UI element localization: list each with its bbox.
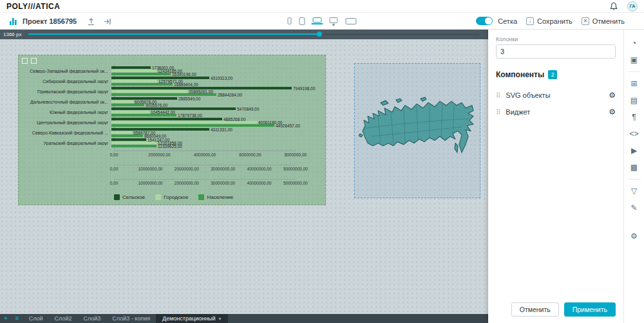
panel-cancel-button[interactable]: Отменить (511, 302, 559, 317)
component-label: SVG объекты (506, 91, 609, 99)
gear-icon[interactable]: ⚙ (609, 107, 616, 116)
app-window: POLY///ATICA ГА Проект 1856795 Сетка ↓ С… (0, 0, 644, 323)
component-row[interactable]: ⠿SVG объекты⚙ (496, 87, 616, 104)
device-smartphone-icon[interactable] (288, 17, 292, 24)
widget-frame-icon-1[interactable] (22, 58, 28, 64)
device-laptop-icon[interactable] (313, 17, 322, 23)
axis-tick-label: 20000000,00 (175, 167, 199, 171)
layer-tab[interactable]: Слой2 (49, 314, 78, 323)
drag-handle-icon[interactable]: ⠿ (496, 92, 500, 99)
bar (111, 111, 149, 113)
top-bar: POLY///ATICA ГА (0, 0, 644, 13)
components-list: ⠿SVG объекты⚙⠿Виджет⚙ (496, 87, 616, 120)
legend-item[interactable]: Городское (155, 194, 188, 200)
bar-line: 17879738,00 (111, 114, 259, 116)
components-count-badge: 2 (548, 70, 557, 79)
axis-tick-label: 50000000,00 (283, 181, 308, 185)
widget-frame-icon-2[interactable] (31, 58, 37, 64)
right-tool-rail: ◔▣⊞▤¶<>▶▩▽✎⚙ (623, 30, 644, 323)
layer-tab[interactable]: Слой (23, 314, 49, 323)
widgets-icon[interactable]: ⊞ (627, 77, 641, 91)
legend-item[interactable]: Население (198, 194, 233, 200)
media-icon[interactable]: ▤ (627, 93, 641, 107)
bar-line: 20895261,00 (111, 90, 315, 93)
panel-apply-button[interactable]: Применить (564, 302, 616, 317)
width-slider-handle[interactable] (317, 32, 322, 37)
bar (111, 83, 173, 86)
axis-tick-label: 6000000,00 (239, 152, 261, 157)
grid-toggle[interactable] (476, 17, 493, 25)
filter-icon[interactable]: ▽ (627, 184, 641, 198)
cancel-button[interactable]: ✕ Отменить (582, 17, 625, 25)
bar (111, 134, 143, 137)
rail-divider (628, 71, 641, 72)
component-row[interactable]: ⠿Виджет⚙ (496, 104, 616, 120)
bar (111, 104, 144, 106)
bar-line: 16390196,00 (111, 73, 196, 75)
axis-tick-label: 4000000,00 (194, 152, 216, 157)
category-label: Дальневосточный федеральный ок... (23, 100, 111, 104)
save-button[interactable]: ↓ Сохранить (526, 17, 573, 25)
settings-gear-icon[interactable]: ⚙ (627, 229, 641, 243)
bar (111, 80, 157, 82)
edit-icon[interactable]: ✎ (627, 201, 641, 215)
bar-set: 1541247,0012331858,0012339625,00 (111, 138, 182, 147)
layer-list-icon[interactable]: ≡ (12, 314, 23, 323)
upload-icon[interactable] (87, 17, 95, 25)
bar (111, 145, 156, 147)
cancel-icon: ✕ (582, 17, 589, 25)
bar (111, 128, 209, 131)
bar-group: Северо-Кавказский федеральный ...4311331… (23, 127, 315, 138)
gear-icon[interactable]: ⚙ (609, 91, 616, 100)
bar-group: Северо-Западный федеральный ок...1736001… (23, 66, 315, 76)
legend-label: Городское (164, 194, 188, 200)
bar (111, 93, 216, 96)
components-title: Компоненты (496, 70, 544, 79)
code-icon[interactable]: <> (627, 127, 641, 141)
bar-set: 1736001,0012434185,0016390196,00 (111, 66, 196, 75)
bar (111, 90, 187, 93)
layer-tab[interactable]: Слой3 (77, 314, 106, 323)
text-icon[interactable]: ¶ (627, 110, 641, 124)
panel-footer: Отменить Применить (511, 302, 616, 317)
device-monitor-icon[interactable] (330, 17, 338, 23)
axis-tick-label: 0,00 (110, 181, 118, 185)
layer-tab[interactable]: Слой3 - копия (106, 314, 156, 323)
expand-right-icon[interactable] (103, 17, 111, 25)
bar-line: 4311331,00 (111, 128, 232, 131)
image-icon[interactable]: ▩ (627, 160, 641, 174)
user-avatar[interactable]: ГА (627, 1, 638, 12)
device-tablet-icon[interactable] (299, 17, 305, 25)
bar-group: Уральский федеральный округ1541247,00123… (23, 138, 315, 148)
layer-tabs: СлойСлой2Слой3Слой3 - копия (23, 314, 156, 323)
bar-set: 2885549,006005676,009005676,00 (111, 97, 200, 106)
columns-input[interactable] (496, 44, 616, 59)
bar-line: 12579571,00 (111, 80, 232, 82)
category-label: Южный федеральный округ (23, 110, 111, 115)
layer-tab-active[interactable]: Демонстрационный ▾ (156, 314, 228, 323)
bar-line: 12339625,00 (111, 145, 182, 147)
bar (111, 131, 132, 134)
rail-divider (628, 179, 641, 180)
bar-group: Центральный федеральный округ4885268,004… (23, 117, 315, 127)
visualization-icon[interactable]: ◔ (627, 36, 641, 50)
chart-axes: 0,002000000,004000000,006000000,00800000… (23, 151, 323, 187)
bar (111, 100, 133, 103)
axis-tick-label: 30000000,00 (211, 181, 235, 185)
bar-line: 5589787,00 (111, 131, 232, 134)
add-layer-icon[interactable]: + (0, 314, 12, 323)
bar-group: Дальневосточный федеральный ок...2885549… (23, 97, 315, 107)
chart-legend: СельскоеГородскоеНаселение (114, 194, 233, 200)
video-icon[interactable]: ▶ (627, 143, 641, 158)
container-icon[interactable]: ▣ (627, 53, 641, 67)
russia-map-widget[interactable] (354, 63, 480, 198)
russia-map (359, 96, 477, 163)
device-display-icon[interactable] (346, 18, 357, 24)
category-label: Приволжский федеральный округ (23, 89, 111, 94)
bar-chart-widget[interactable]: Северо-Западный федеральный ок...1736001… (18, 55, 326, 205)
axis-tick-label: 10000000,00 (138, 181, 162, 185)
columns-field-label: Колонки (496, 36, 616, 42)
legend-item[interactable]: Сельское (114, 194, 145, 200)
notifications-bell-icon[interactable] (609, 2, 618, 11)
drag-handle-icon[interactable]: ⠿ (496, 109, 500, 116)
